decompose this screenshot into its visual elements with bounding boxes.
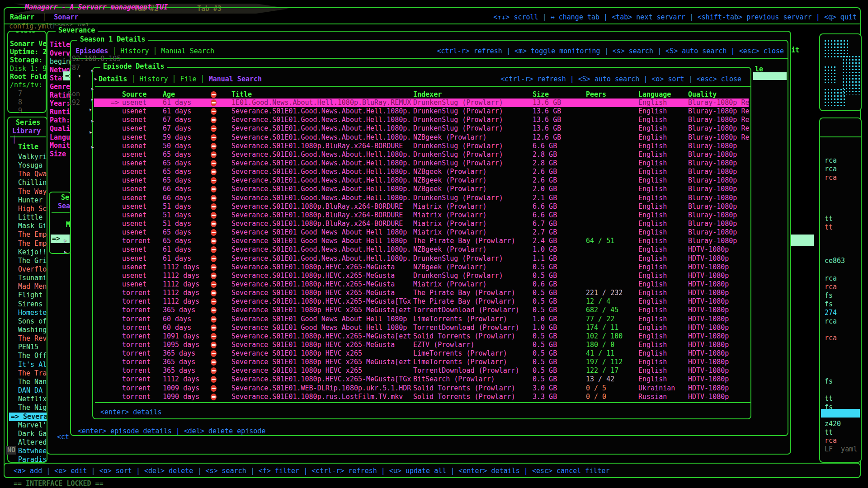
- tab-history[interactable]: History: [139, 75, 168, 84]
- release-row[interactable]: torrent1112 daysSeverance.S01E01.1080p.H…: [94, 297, 749, 306]
- release-row[interactable]: torrent365 daysSeverance S01E01 1080p HE…: [94, 358, 749, 366]
- release-row[interactable]: usenet61 daysSeverance.S01E01.Good.News.…: [94, 254, 749, 263]
- series-library-item[interactable]: Valkyri: [9, 153, 47, 161]
- series-library-item[interactable]: The Nig: [9, 404, 47, 412]
- rejected-icon: [211, 134, 217, 141]
- release-row[interactable]: usenet65 daysSeverance.S01E01.Good.News.…: [94, 168, 749, 176]
- release-row[interactable]: torrent1112 daysSeverance S01E01 1080p H…: [94, 289, 749, 297]
- release-row[interactable]: torrent365 daysSeverance S01E01 1080p HE…: [94, 306, 749, 314]
- bottom-keybind-panel: <a> add | <e> edit | <o> sort | <del> de…: [4, 463, 861, 478]
- release-row[interactable]: usenet51 daysSeverance.S01E01.1080p.BluR…: [94, 220, 749, 228]
- release-row[interactable]: usenet59 daysSeverance.S01E01.Good.News.…: [94, 133, 749, 142]
- series-library-item[interactable]: The Gri: [9, 257, 47, 265]
- tab-history[interactable]: History: [120, 47, 149, 56]
- series-library-item[interactable]: Tsunami: [9, 274, 47, 282]
- tab-details[interactable]: Details: [99, 75, 127, 84]
- release-age: 60 days: [163, 315, 211, 324]
- release-row[interactable]: torrent1090 daysSeverance.S01E01.1080p.r…: [94, 393, 749, 401]
- release-row[interactable]: usenet65 daysSeverance.S01E01.Good.News.…: [94, 176, 749, 185]
- release-row[interactable]: usenet65 daysSeverance S01E01 Good News …: [94, 228, 749, 237]
- release-row[interactable]: usenet67 daysSeverance.S01E01.Good.News.…: [94, 116, 749, 124]
- release-rejected: [211, 237, 231, 245]
- release-indexer: DrunkenSlug (Prowlarr): [413, 99, 533, 107]
- series-library-item[interactable]: Hunter: [9, 196, 47, 205]
- series-library-item[interactable]: The Way: [9, 188, 47, 196]
- series-library-item[interactable]: Marvel': [9, 421, 47, 430]
- series-library-item[interactable]: The Emp: [9, 230, 47, 239]
- release-row[interactable]: usenet61 daysSeverance.S01E01.Good.News.…: [94, 245, 749, 254]
- tab-radarr[interactable]: Radarr: [10, 13, 34, 21]
- series-library-item[interactable]: DAN DA: [9, 386, 47, 395]
- release-row[interactable]: usenet67 daysSeverance.S01E01.Good.News.…: [94, 124, 749, 133]
- rejected-icon: [211, 117, 217, 123]
- release-rejected: [211, 254, 231, 263]
- series-library-item[interactable]: Little: [9, 213, 47, 222]
- release-row[interactable]: torrent65 daysSeverance S01E01 Good News…: [94, 237, 749, 245]
- tab-file[interactable]: File: [180, 75, 197, 84]
- release-indexer: BitSearch (Prowlarr): [413, 375, 533, 384]
- release-row[interactable]: usenet1112 daysSeverance.S01E01.1080p.HE…: [94, 263, 749, 272]
- release-rejected: [211, 142, 231, 150]
- series-library-item[interactable]: Netflix: [9, 395, 47, 404]
- series-library-item[interactable]: The Off: [9, 352, 47, 360]
- release-size: 2.6 GB: [533, 168, 586, 176]
- release-size: 2.8 GB: [533, 159, 586, 168]
- series-library-item[interactable]: The Tra: [9, 369, 47, 378]
- release-row[interactable]: usenet1112 daysSeverance.S01E01.1080p.HE…: [94, 280, 749, 289]
- release-source: usenet: [122, 99, 163, 107]
- series-library-item[interactable]: The Rev: [9, 334, 47, 343]
- release-source: usenet: [122, 228, 163, 237]
- series-library-item[interactable]: The Emp: [9, 239, 47, 248]
- series-library-item[interactable]: Dark Ga: [9, 430, 47, 438]
- release-row[interactable]: torrent365 daysSeverance S01E01 1080p HE…: [94, 349, 749, 358]
- release-row[interactable]: =>usenet61 days1E01.Good.News.About.Hell…: [94, 99, 749, 107]
- series-library-item[interactable]: Mask Gi: [9, 222, 47, 230]
- scrollbar-thumb[interactable]: [790, 235, 814, 246]
- ghost-no-marker: NO: [6, 446, 16, 455]
- release-title: Severance.S01E01.Good.News.About.Hell.10…: [231, 116, 413, 124]
- series-library-item[interactable]: Sons of: [9, 317, 47, 326]
- release-row[interactable]: usenet51 daysSeverance.S01E01.1080p.BluR…: [94, 211, 749, 220]
- release-row[interactable]: usenet61 daysSeverance.S01E01.Good.News.…: [94, 107, 749, 116]
- series-library-item[interactable]: Mad Men: [9, 282, 47, 291]
- series-library-item[interactable]: The Nan: [9, 378, 47, 386]
- series-library-item[interactable]: Washing: [9, 326, 47, 334]
- series-library-item[interactable]: Sirens: [9, 300, 47, 309]
- release-row[interactable]: torrent60 daysSeverance S01E01 Good News…: [94, 324, 749, 332]
- release-row[interactable]: torrent1009 daysSeverance.S01E01.WEB-DLR…: [94, 384, 749, 393]
- release-title: Severance S01E01 1080p HEVC x265 MeGusta…: [231, 358, 413, 366]
- scrollbar-thumb[interactable]: [753, 72, 787, 80]
- series-library-item[interactable]: Flight: [9, 291, 47, 300]
- release-row[interactable]: torrent1112 daysSeverance.S01E01.1080p.H…: [94, 375, 749, 384]
- series-library-item[interactable]: Chillin: [9, 178, 47, 187]
- release-row[interactable]: torrent365 daysSeverance S01E01 1080p HE…: [94, 366, 749, 375]
- series-library-item[interactable]: High Sc: [9, 205, 47, 213]
- release-row[interactable]: usenet50 daysSeverance.S01E01.1080p.BluR…: [94, 142, 749, 150]
- dot-pattern-blob: [824, 88, 846, 108]
- series-library-item[interactable]: The Qwa: [9, 170, 47, 178]
- release-row[interactable]: usenet1112 daysSeverance.S01E01.1080p.HE…: [94, 272, 749, 280]
- series-library-item[interactable]: Yosuga: [9, 161, 47, 170]
- release-peers: 13 / 42: [586, 375, 638, 384]
- release-row[interactable]: usenet65 daysSeverance.S01E01.Good.News.…: [94, 150, 749, 159]
- release-row[interactable]: torrent1091 daysSeverance.S01E01.1080p.H…: [94, 332, 749, 341]
- series-library-item[interactable]: Homeste: [9, 309, 47, 317]
- background-panel-divider: [820, 136, 861, 137]
- release-row[interactable]: torrent1095 daysSeverance S01E01 1080p H…: [94, 341, 749, 349]
- release-quality: Bluray-1080p: [688, 220, 749, 228]
- series-library-item[interactable]: Overflo: [9, 265, 47, 274]
- series-library-item[interactable]: => Severan: [9, 413, 47, 421]
- release-row[interactable]: usenet51 daysSeverance.S01E01.1080p.BluR…: [94, 202, 749, 211]
- series-library-item[interactable]: PEN15: [9, 343, 47, 352]
- tab-sonarr[interactable]: Sonarr: [54, 13, 78, 21]
- tab-manual-search[interactable]: Manual Search: [209, 75, 262, 84]
- series-library-item[interactable]: It's Al: [9, 361, 47, 369]
- release-row[interactable]: usenet65 daysSeverance.S01E01.Good.News.…: [94, 159, 749, 168]
- series-library-item[interactable]: Paradis: [9, 455, 47, 463]
- release-row[interactable]: usenet66 daysSeverance.S01E01.Good.News.…: [94, 185, 749, 193]
- release-row[interactable]: torrent60 daysSeverance S01E01 Good News…: [94, 315, 749, 324]
- series-library-item[interactable]: Keijo!!: [9, 248, 47, 257]
- release-row[interactable]: usenet66 daysSeverance.S01E01.Good.News.…: [94, 194, 749, 202]
- release-title: Severance.S01E01.1080p.HEVC.x265-MeGusta: [231, 280, 413, 289]
- tab-manual-search[interactable]: Manual Search: [161, 47, 214, 56]
